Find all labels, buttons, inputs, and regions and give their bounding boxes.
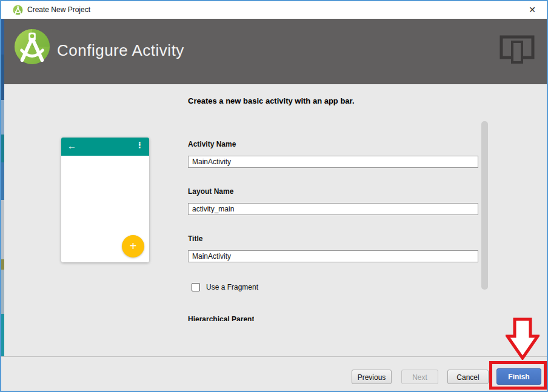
use-fragment-checkbox[interactable]: Use a Fragment [192,283,258,291]
device-form-factor-icon [500,35,535,65]
preview-app-bar: ← ⋮ [61,138,149,156]
back-arrow-icon: ← [67,141,76,151]
overflow-menu-icon: ⋮ [136,141,144,150]
title-bar: Create New Project ✕ [1,1,547,19]
android-studio-logo-icon [13,28,51,65]
wizard-header: Configure Activity [1,19,547,84]
activity-name-label: Activity Name [188,140,236,148]
layout-name-input[interactable] [188,203,478,215]
window-title: Create New Project [27,5,90,14]
checkbox-icon[interactable] [192,283,200,291]
page-title: Configure Activity [57,41,184,60]
plus-icon: + [130,240,137,252]
hierarchical-parent-label: Hierarchical Parent [188,315,254,321]
finish-button[interactable]: Finish [496,368,541,385]
desktop-bleed-strip [1,19,4,356]
next-button[interactable]: Next [401,370,438,384]
activity-preview-card: ← ⋮ + [61,138,149,262]
hierarchical-parent-label-wrap: Hierarchical Parent [188,313,254,321]
close-icon: ✕ [529,5,536,14]
activity-name-input[interactable] [188,156,478,168]
layout-name-label: Layout Name [188,187,233,196]
wizard-content: Creates a new basic activity with an app… [1,84,547,356]
vertical-scrollbar[interactable] [481,121,488,290]
fab-preview: + [122,235,144,257]
activity-description: Creates a new basic activity with an app… [188,96,355,105]
wizard-footer: Previous Next Cancel Finish [1,357,547,391]
use-fragment-label: Use a Fragment [206,283,258,291]
cancel-button[interactable]: Cancel [447,370,489,384]
android-studio-icon [13,5,23,15]
title-input[interactable] [188,250,478,262]
title-label: Title [188,234,202,243]
previous-button[interactable]: Previous [352,370,392,384]
create-new-project-dialog: Create New Project ✕ Configure Activity [0,0,548,392]
close-button[interactable]: ✕ [520,1,544,18]
